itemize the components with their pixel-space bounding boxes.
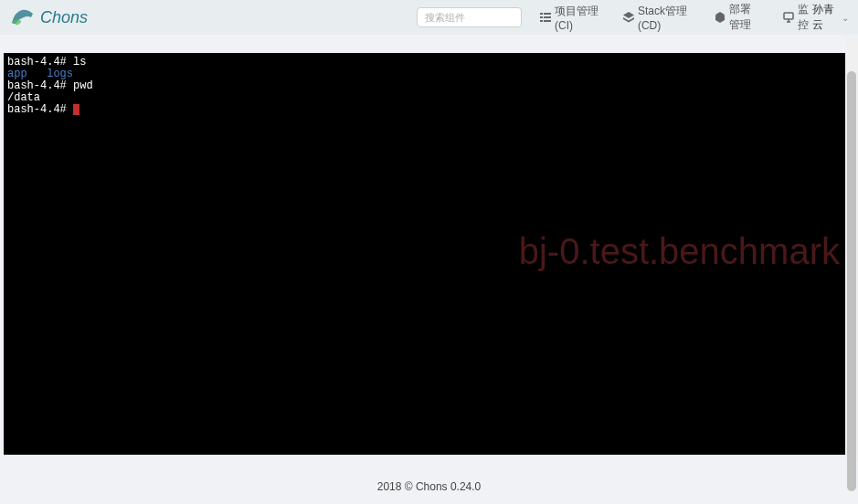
scrollbar-track[interactable] bbox=[845, 35, 858, 462]
list-icon bbox=[540, 12, 551, 23]
terminal-line: bash-4.4# pwd bbox=[7, 80, 847, 92]
nav-label: 项目管理(CI) bbox=[555, 4, 601, 32]
terminal-container[interactable]: bash-4.4# ls app logs bash-4.4# pwd /dat… bbox=[4, 53, 851, 455]
svg-rect-2 bbox=[540, 16, 543, 18]
stack-icon bbox=[623, 12, 634, 23]
svg-rect-4 bbox=[540, 20, 543, 22]
nav-label: Stack管理(CD) bbox=[638, 4, 693, 32]
svg-rect-0 bbox=[540, 13, 543, 15]
search-input[interactable] bbox=[417, 7, 522, 27]
scrollbar-thumb[interactable] bbox=[847, 71, 856, 491]
nav: 项目管理(CI) Stack管理(CD) 部署管理 bbox=[540, 2, 812, 33]
nav-label: 监控 bbox=[798, 2, 812, 33]
terminal-line: /data bbox=[7, 92, 847, 104]
logo-text: Chons bbox=[40, 8, 88, 27]
monitor-icon bbox=[783, 12, 794, 23]
chevron-down-icon: ⌄ bbox=[842, 13, 849, 23]
cube-icon bbox=[715, 12, 726, 23]
terminal[interactable]: bash-4.4# ls app logs bash-4.4# pwd /dat… bbox=[4, 53, 851, 120]
header: Chons 项目管理(CI) Stack管理(CD) bbox=[0, 0, 858, 35]
terminal-line: bash-4.4# ls bbox=[7, 57, 847, 68]
user-menu[interactable]: 孙青云 ⌄ bbox=[812, 2, 849, 33]
terminal-cursor bbox=[73, 104, 79, 115]
nav-stack-cd[interactable]: Stack管理(CD) bbox=[623, 4, 693, 32]
whale-icon bbox=[9, 5, 37, 30]
svg-rect-6 bbox=[784, 13, 793, 19]
terminal-line: bash-4.4# bbox=[7, 104, 847, 116]
terminal-watermark: bj-0.test.benchmark bbox=[519, 231, 840, 272]
terminal-line: app logs bbox=[7, 68, 847, 80]
user-name: 孙青云 bbox=[812, 2, 838, 33]
logo[interactable]: Chons bbox=[9, 5, 88, 30]
svg-rect-1 bbox=[544, 13, 551, 15]
footer-text: 2018 © Chons 0.24.0 bbox=[377, 480, 482, 493]
nav-label: 部署管理 bbox=[729, 2, 761, 33]
nav-deploy[interactable]: 部署管理 bbox=[715, 2, 761, 33]
svg-rect-3 bbox=[544, 16, 551, 18]
footer: 2018 © Chons 0.24.0 bbox=[0, 480, 858, 493]
svg-rect-5 bbox=[544, 20, 551, 22]
nav-monitor[interactable]: 监控 bbox=[783, 2, 812, 33]
nav-project-ci[interactable]: 项目管理(CI) bbox=[540, 4, 601, 32]
